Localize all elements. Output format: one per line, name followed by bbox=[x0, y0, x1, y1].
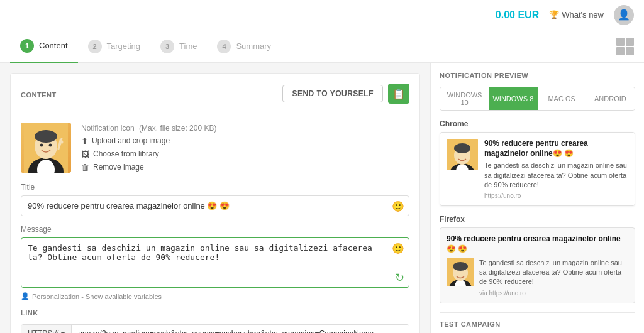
grid-cell-3 bbox=[616, 47, 625, 55]
whats-new-label: What's new bbox=[562, 10, 604, 19]
icon-max-size: (Max. file size: 200 KB) bbox=[139, 124, 216, 133]
upload-icon: ⬆ bbox=[81, 136, 88, 146]
icon-preview bbox=[21, 123, 71, 173]
chrome-preview-content: 90% reducere pentru crearea magazinelor … bbox=[484, 139, 628, 199]
trophy-icon: 🏆 bbox=[549, 10, 559, 19]
grid-view-icon[interactable] bbox=[616, 38, 634, 55]
notification-icon-row: Notification icon (Max. file size: 200 K… bbox=[21, 123, 409, 173]
firefox-url: via https://uno.ro bbox=[479, 290, 628, 297]
remove-image-link[interactable]: 🗑 Remove image bbox=[81, 163, 216, 172]
firefox-preview-body: Te gandesti sa deschizi un magazin onlin… bbox=[447, 258, 628, 297]
step-label-targeting: Targeting bbox=[107, 41, 140, 51]
firefox-text-content: Te gandesti sa deschizi un magazin onlin… bbox=[479, 258, 628, 297]
preview-title: NOTIFICATION PREVIEW bbox=[440, 72, 635, 79]
library-label: Choose from library bbox=[93, 150, 159, 158]
right-panel: NOTIFICATION PREVIEW WINDOWS 10 WINDOWS … bbox=[430, 63, 644, 333]
avatar-icon: 👤 bbox=[618, 9, 630, 21]
step-label-time: Time bbox=[179, 41, 197, 51]
icon-options: Notification icon (Max. file size: 200 K… bbox=[81, 123, 216, 173]
steps-right bbox=[616, 38, 634, 55]
icon-avatar bbox=[21, 123, 71, 173]
chrome-notif-body: Te gandesti sa deschizi un magazin onlin… bbox=[484, 161, 628, 190]
firefox-preview-card: 90% reducere pentru crearea magazinelor … bbox=[440, 227, 635, 303]
choose-library-link[interactable]: 🖼 Choose from library bbox=[81, 150, 216, 159]
content-section-title: CONTENT bbox=[21, 91, 57, 99]
tab-windows10[interactable]: WINDOWS 10 bbox=[440, 87, 489, 110]
firefox-icon-avatar bbox=[447, 258, 474, 286]
chrome-notif-title: 90% reducere pentru crearea magazinelor … bbox=[484, 139, 628, 158]
avatar-svg bbox=[24, 123, 68, 173]
chrome-icon-avatar bbox=[447, 139, 478, 170]
step-summary[interactable]: 4 Summary bbox=[207, 30, 281, 63]
step-label-content: Content bbox=[39, 41, 68, 50]
message-textarea-wrapper: Te gandesti sa deschizi un magazin onlin… bbox=[21, 237, 409, 290]
title-field-label: Title bbox=[21, 183, 409, 192]
firefox-preview-icon bbox=[447, 258, 474, 286]
title-input-wrapper: 🙂 bbox=[21, 195, 409, 216]
content-card: CONTENT SEND TO YOURSELF 📋 bbox=[10, 73, 420, 333]
clipboard-icon: 📋 bbox=[392, 88, 405, 100]
svg-point-4 bbox=[35, 130, 57, 143]
tab-android[interactable]: ANDROID bbox=[586, 87, 635, 110]
os-tabs: WINDOWS 10 WINDOWS 8 MAC OS ANDROID bbox=[440, 87, 635, 111]
upload-label: Upload and crop image bbox=[92, 136, 170, 145]
firefox-body-text: Te gandesti sa deschizi un magazin onlin… bbox=[479, 258, 628, 287]
firefox-notif-title: 90% reducere pentru crearea magazinelor … bbox=[447, 234, 628, 254]
chrome-label: Chrome bbox=[440, 119, 635, 128]
send-bar: SEND TO YOURSELF 📋 bbox=[282, 84, 409, 104]
avatar[interactable]: 👤 bbox=[614, 5, 634, 25]
https-label: HTTPS:// bbox=[28, 329, 58, 333]
clipboard-button[interactable]: 📋 bbox=[388, 84, 409, 104]
chevron-down-icon: ▾ bbox=[61, 329, 65, 333]
message-field-label: Message bbox=[21, 225, 409, 234]
main-layout: CONTENT SEND TO YOURSELF 📋 bbox=[0, 63, 644, 333]
step-label-summary: Summary bbox=[236, 41, 271, 51]
svg-point-11 bbox=[454, 143, 470, 153]
steps-nav: 1 Content 2 Targeting 3 Time 4 Summary bbox=[0, 30, 644, 63]
test-campaign-section: TEST CAMPAIGN Choose tags: You can send … bbox=[440, 312, 635, 333]
step-targeting[interactable]: 2 Targeting bbox=[78, 30, 150, 63]
test-campaign-title: TEST CAMPAIGN bbox=[440, 320, 635, 328]
trash-icon: 🗑 bbox=[81, 163, 89, 172]
https-dropdown[interactable]: HTTPS:// ▾ bbox=[21, 325, 72, 333]
left-panel: CONTENT SEND TO YOURSELF 📋 bbox=[0, 63, 430, 333]
upload-crop-link[interactable]: ⬆ Upload and crop image bbox=[81, 136, 216, 146]
svg-point-6 bbox=[49, 144, 52, 147]
icon-label-text: Notification icon bbox=[81, 124, 135, 133]
send-to-yourself-button[interactable]: SEND TO YOURSELF bbox=[282, 85, 383, 102]
message-textarea[interactable]: Te gandesti sa deschizi un magazin onlin… bbox=[21, 237, 409, 288]
chrome-preview-icon bbox=[447, 139, 478, 170]
tab-macos[interactable]: MAC OS bbox=[538, 87, 586, 110]
title-input[interactable] bbox=[21, 195, 409, 216]
link-input[interactable] bbox=[72, 325, 409, 333]
whats-new-button[interactable]: 🏆 What's new bbox=[549, 10, 604, 19]
link-section-title: LINK bbox=[21, 309, 409, 317]
svg-point-16 bbox=[453, 262, 468, 271]
link-section: LINK HTTPS:// ▾ Click here to get metada… bbox=[21, 309, 409, 333]
image-icon: 🖼 bbox=[81, 150, 89, 159]
balance-display: 0.00 EUR bbox=[496, 9, 539, 21]
remove-label: Remove image bbox=[93, 163, 144, 172]
grid-cell-1 bbox=[616, 38, 625, 46]
chrome-preview-card: 90% reducere pentru crearea magazinelor … bbox=[440, 132, 635, 206]
svg-point-5 bbox=[40, 144, 43, 147]
grid-cell-4 bbox=[626, 47, 634, 55]
message-emoji-button[interactable]: 🙂 bbox=[392, 243, 404, 254]
topbar: 0.00 EUR 🏆 What's new 👤 bbox=[0, 0, 644, 30]
personalization-link[interactable]: 👤 Personalization - Show available varia… bbox=[21, 292, 409, 300]
step-circle-2: 2 bbox=[88, 40, 102, 53]
icon-label: Notification icon (Max. file size: 200 K… bbox=[81, 124, 216, 133]
person-icon: 👤 bbox=[21, 292, 30, 300]
grid-cell-2 bbox=[626, 38, 634, 46]
personalization-label: Personalization - Show available variabl… bbox=[32, 293, 162, 300]
title-emoji-button[interactable]: 🙂 bbox=[392, 200, 404, 212]
firefox-label: Firefox bbox=[440, 215, 635, 224]
refresh-button[interactable]: ↻ bbox=[395, 271, 404, 285]
step-time[interactable]: 3 Time bbox=[150, 30, 207, 63]
chrome-notif-url: https://uno.ro bbox=[484, 192, 628, 199]
link-row: HTTPS:// ▾ bbox=[21, 324, 409, 333]
step-content[interactable]: 1 Content bbox=[10, 30, 78, 63]
step-circle-1: 1 bbox=[20, 39, 34, 53]
step-circle-4: 4 bbox=[217, 40, 231, 53]
tab-windows8[interactable]: WINDOWS 8 bbox=[489, 87, 537, 110]
